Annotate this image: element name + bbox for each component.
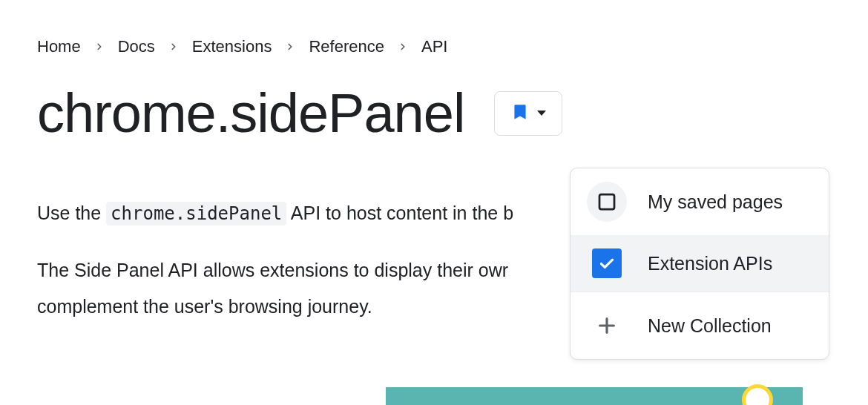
collection-item-label: My saved pages (648, 191, 783, 213)
collection-item-label: Extension APIs (648, 253, 772, 274)
breadcrumb-docs[interactable]: Docs (118, 37, 155, 56)
caret-down-icon (537, 111, 546, 116)
collection-item-extension-apis[interactable]: Extension APIs (571, 235, 829, 292)
text-fragment: API to host content in the b (286, 202, 513, 223)
bookmark-icon (510, 102, 530, 124)
chevron-right-icon (94, 42, 105, 52)
new-collection-label: New Collection (648, 315, 772, 337)
chevron-right-icon (168, 42, 179, 52)
bookmark-dropdown-button[interactable] (494, 91, 562, 136)
chevron-right-icon (398, 42, 408, 52)
text-fragment: The Side Panel API allows extensions to … (37, 260, 508, 280)
plus-icon (587, 306, 627, 346)
checkbox-checked-icon (592, 248, 622, 278)
text-fragment: Use the (37, 202, 106, 223)
bookmark-dropdown-menu: My saved pages Extension APIs New Collec… (570, 168, 829, 360)
breadcrumb-api[interactable]: API (421, 37, 447, 56)
chevron-right-icon (285, 42, 295, 52)
breadcrumb-reference[interactable]: Reference (309, 37, 384, 56)
breadcrumb-extensions[interactable]: Extensions (192, 37, 272, 56)
decorative-banner (386, 387, 803, 405)
collection-item-my-saved-pages[interactable]: My saved pages (571, 168, 829, 235)
svg-rect-0 (599, 194, 614, 209)
page-title: chrome.sidePanel (37, 83, 464, 143)
text-fragment: complement the user's browsing journey. (37, 296, 372, 317)
code-inline: chrome.sidePanel (106, 202, 286, 225)
breadcrumb: Home Docs Extensions Reference API (37, 37, 868, 56)
checkbox-unchecked-icon (587, 182, 627, 222)
breadcrumb-home[interactable]: Home (37, 37, 81, 56)
new-collection-button[interactable]: New Collection (571, 292, 829, 359)
